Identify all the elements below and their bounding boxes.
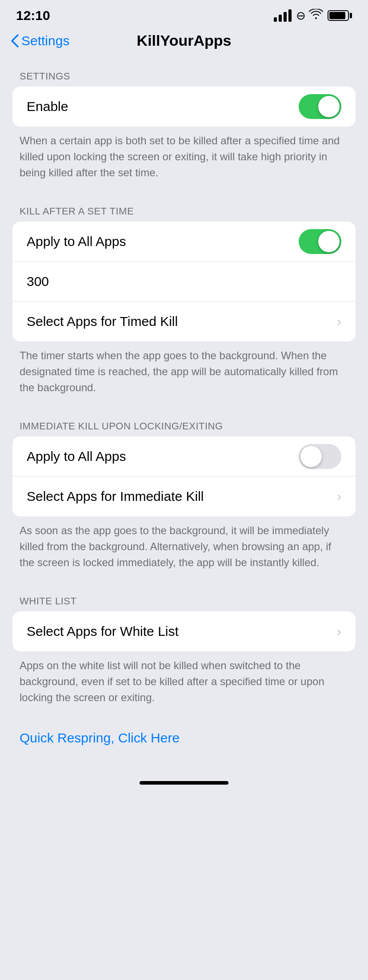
select-immediate-kill-row[interactable]: Select Apps for Immediate Kill › bbox=[12, 476, 356, 516]
chevron-icon-2: › bbox=[337, 489, 341, 504]
select-timed-kill-row[interactable]: Select Apps for Timed Kill › bbox=[12, 302, 356, 341]
apply-all-immediate-label: Apply to All Apps bbox=[27, 449, 126, 464]
enable-label: Enable bbox=[27, 99, 68, 114]
timer-value-label: 300 bbox=[27, 274, 49, 289]
immediate-kill-footer: As soon as the app goes to the backgroun… bbox=[0, 516, 368, 583]
kill-timed-card: Apply to All Apps 300 Select Apps for Ti… bbox=[12, 222, 356, 341]
quick-respring-label: Quick Respring, Click Here bbox=[20, 730, 180, 745]
battery-icon bbox=[328, 10, 352, 21]
signal-bar-1 bbox=[274, 17, 277, 22]
kill-timed-label: KILL AFTER A SET TIME bbox=[0, 193, 368, 222]
signal-bar-4 bbox=[288, 9, 292, 22]
signal-bars-icon bbox=[274, 9, 292, 22]
select-whitelist-label: Select Apps for White List bbox=[27, 624, 179, 639]
chevron-icon: › bbox=[337, 314, 341, 329]
toggle-thumb-3 bbox=[300, 446, 322, 467]
settings-section: SETTINGS Enable When a certain app is bo… bbox=[0, 58, 368, 193]
whitelist-section-label: WHITE LIST bbox=[0, 583, 368, 611]
immediate-kill-label: IMMEDIATE KILL UPON LOCKING/EXITING bbox=[0, 408, 368, 436]
toggle-thumb-2 bbox=[318, 231, 340, 252]
signal-bar-3 bbox=[284, 12, 287, 22]
whitelist-footer: Apps on the white list will not be kille… bbox=[0, 651, 368, 718]
apply-all-immediate-toggle[interactable] bbox=[299, 444, 341, 469]
home-indicator bbox=[140, 781, 228, 785]
select-whitelist-row[interactable]: Select Apps for White List › bbox=[12, 611, 356, 651]
settings-footer: When a certain app is both set to be kil… bbox=[0, 127, 368, 193]
whitelist-card: Select Apps for White List › bbox=[12, 611, 356, 651]
kill-timed-footer: The timer starts when the app goes to th… bbox=[0, 341, 368, 408]
status-bar: 12:10 ⊖ bbox=[0, 0, 368, 28]
back-label: Settings bbox=[21, 33, 69, 48]
home-indicator-container bbox=[0, 754, 368, 802]
quick-respring-button[interactable]: Quick Respring, Click Here bbox=[0, 718, 368, 754]
apply-all-immediate-row: Apply to All Apps bbox=[12, 436, 356, 476]
back-button[interactable]: Settings bbox=[11, 33, 69, 48]
apply-all-timed-row: Apply to All Apps bbox=[12, 222, 356, 262]
whitelist-section: WHITE LIST Select Apps for White List › … bbox=[0, 583, 368, 718]
select-immediate-kill-label: Select Apps for Immediate Kill bbox=[27, 489, 204, 504]
page-title: KillYourApps bbox=[137, 32, 232, 49]
nav-bar: Settings KillYourApps bbox=[0, 28, 368, 58]
settings-section-label: SETTINGS bbox=[0, 58, 368, 87]
status-time: 12:10 bbox=[16, 8, 50, 23]
chevron-icon-3: › bbox=[337, 624, 341, 639]
apply-all-timed-toggle[interactable] bbox=[299, 229, 341, 254]
wifi-icon: ⊖ bbox=[296, 9, 323, 23]
immediate-kill-section: IMMEDIATE KILL UPON LOCKING/EXITING Appl… bbox=[0, 408, 368, 583]
immediate-kill-card: Apply to All Apps Select Apps for Immedi… bbox=[12, 436, 356, 516]
timer-value-row[interactable]: 300 bbox=[12, 262, 356, 302]
kill-timed-section: KILL AFTER A SET TIME Apply to All Apps … bbox=[0, 193, 368, 408]
select-timed-kill-label: Select Apps for Timed Kill bbox=[27, 314, 178, 329]
apply-all-timed-label: Apply to All Apps bbox=[27, 234, 126, 249]
settings-card: Enable bbox=[12, 87, 356, 127]
status-icons: ⊖ bbox=[274, 9, 352, 23]
enable-row: Enable bbox=[12, 87, 356, 127]
signal-bar-2 bbox=[279, 15, 282, 22]
enable-toggle[interactable] bbox=[299, 94, 341, 119]
toggle-thumb bbox=[318, 96, 340, 117]
